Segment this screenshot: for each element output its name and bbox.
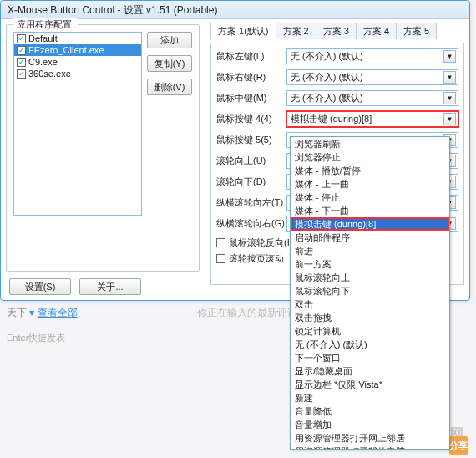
chevron-down-icon[interactable]: ▼ [443, 92, 456, 104]
select-value: 模拟击键 (during)[8] [291, 113, 372, 125]
checkbox-icon[interactable]: ✓ [17, 34, 26, 43]
left-pane: 应用程序配置: ✓ Default ✓ FEzero_Client.exe ✓ [1, 19, 205, 300]
dropdown-option[interactable]: 鼠标滚轮向上 [291, 271, 449, 284]
list-item[interactable]: ✓ FEzero_Client.exe [14, 44, 141, 56]
dropdown-option[interactable]: 前进 [291, 244, 449, 257]
chevron-down-icon: ▾ [29, 307, 34, 318]
dropdown-option[interactable]: 显示/隐藏桌面 [291, 364, 449, 378]
dropdown-option[interactable]: 新建 [291, 391, 449, 405]
show-all-link[interactable]: 查看全部 [38, 307, 78, 318]
share-button[interactable]: 分享 [449, 436, 468, 455]
dropdown-option[interactable]: 浏览器停止 [291, 150, 449, 164]
button-column: 添加 复制(Y) 删除(V) [147, 32, 192, 216]
dropdown-option[interactable]: 鼠标滚轮向下 [291, 284, 449, 298]
checkbox-icon[interactable]: ✓ [17, 46, 26, 55]
binding-row: 鼠标按键 4(4) 模拟击键 (during)[8] ▼ [216, 111, 458, 127]
dropdown-option[interactable]: 媒体 - 播放/暂停 [291, 164, 449, 177]
app-profile-group: 应用程序配置: ✓ Default ✓ FEzero_Client.exe ✓ [6, 24, 200, 272]
dropdown-option[interactable]: 媒体 - 上一曲 [291, 177, 449, 191]
select-value: 无 (不介入) (默认) [291, 71, 363, 84]
checkbox-icon[interactable]: ✓ [17, 69, 26, 79]
about-button[interactable]: 关于... [79, 278, 141, 295]
binding-row: 鼠标右键(R) 无 (不介入) (默认) ▼ [216, 69, 458, 85]
dropdown-option[interactable]: 双击 [291, 298, 449, 311]
group-title: 应用程序配置: [13, 18, 78, 31]
dropdown-option[interactable]: 锁定计算机 [291, 324, 449, 338]
list-item-label: 360se.exe [28, 69, 71, 79]
settings-button[interactable]: 设置(S) [9, 278, 71, 295]
dropdown-option[interactable]: 用资源管理器打开我的电脑 [291, 445, 449, 450]
list-item-label: FEzero_Client.exe [28, 45, 104, 55]
checkbox-icon[interactable]: ✓ [17, 58, 26, 67]
dropdown-option[interactable]: 下一个窗口 [291, 351, 449, 364]
tab-strip: 方案 1(默认) 方案 2 方案 3 方案 4 方案 5 [210, 23, 464, 39]
obscured-text: 你正在输入的最新评论 [197, 307, 297, 318]
binding-label: 鼠标左键(L) [216, 50, 281, 63]
dropdown-option[interactable]: 显示边栏 *仅限 Vista* [291, 378, 449, 391]
checkbox-icon[interactable]: ✓ [216, 254, 225, 263]
share-label: 分享 [449, 440, 468, 452]
dropdown-option[interactable]: 模拟击键 (during)[8] [291, 217, 449, 231]
select-value: 无 (不介入) (默认) [291, 92, 363, 104]
binding-label: 鼠标中键(M) [216, 92, 281, 104]
binding-select-button4[interactable]: 模拟击键 (during)[8] ▼ [286, 111, 458, 127]
list-item-label: Default [28, 33, 58, 43]
window-title: X-Mouse Button Control - 设置 v1.51 (Porta… [1, 1, 469, 19]
binding-select-left[interactable]: 无 (不介入) (默认) ▼ [286, 48, 458, 64]
dropdown-option[interactable]: 媒体 - 下一曲 [291, 204, 449, 217]
checkbox-icon[interactable]: ✓ [216, 238, 225, 247]
list-item[interactable]: ✓ C9.exe [14, 56, 141, 68]
tab-profile-5[interactable]: 方案 5 [396, 23, 437, 39]
tab-profile-2[interactable]: 方案 2 [276, 23, 316, 39]
tab-profile-3[interactable]: 方案 3 [316, 23, 357, 39]
binding-select-middle[interactable]: 无 (不介入) (默认) ▼ [286, 90, 458, 106]
dropdown-option[interactable]: 无 (不介入) (默认) [291, 338, 449, 351]
dropdown-option[interactable]: 浏览器刷新 [291, 137, 449, 150]
select-value: 无 (不介入) (默认) [291, 50, 363, 63]
binding-label: 鼠标按键 5(5) [216, 134, 281, 146]
bottom-buttons: 设置(S) 关于... [6, 278, 200, 295]
binding-select-right[interactable]: 无 (不介入) (默认) ▼ [286, 69, 458, 85]
checkbox-label: 滚轮按页滚动 [229, 252, 284, 265]
binding-label: 纵横滚轮向右(G) [216, 217, 281, 230]
chevron-down-icon[interactable]: ▼ [443, 113, 456, 125]
tab-profile-4[interactable]: 方案 4 [356, 23, 397, 39]
chevron-down-icon[interactable]: ▼ [443, 50, 456, 63]
add-button[interactable]: 添加 [147, 32, 192, 48]
dropdown-option[interactable]: 用资源管理器打开网上邻居 [291, 431, 449, 445]
copy-button[interactable]: 复制(Y) [147, 55, 192, 72]
list-item[interactable]: ✓ Default [14, 33, 141, 44]
profile-listbox[interactable]: ✓ Default ✓ FEzero_Client.exe ✓ C9.exe [13, 32, 142, 216]
dropdown-option[interactable]: 启动邮件程序 [291, 231, 449, 244]
binding-row: 鼠标中键(M) 无 (不介入) (默认) ▼ [216, 90, 458, 106]
binding-label: 鼠标右键(R) [216, 71, 281, 84]
list-item[interactable]: ✓ 360se.exe [14, 68, 141, 79]
binding-row: 鼠标左键(L) 无 (不介入) (默认) ▼ [216, 48, 458, 64]
binding-label: 鼠标按键 4(4) [216, 113, 281, 125]
bg-text: 天下 [7, 307, 27, 318]
dropdown-option[interactable]: 音量增加 [291, 418, 449, 431]
dropdown-option[interactable]: 媒体 - 停止 [291, 191, 449, 204]
dropdown-option[interactable]: 双击拖拽 [291, 311, 449, 324]
binding-label: 纵横滚轮向左(T) [216, 196, 281, 209]
dropdown-option[interactable]: 音量降低 [291, 405, 449, 418]
binding-label: 滚轮向下(D) [216, 176, 281, 188]
tab-profile-1[interactable]: 方案 1(默认) [210, 23, 276, 39]
binding-label: 滚轮向上(U) [216, 155, 281, 167]
binding-dropdown-list[interactable]: 浏览器刷新浏览器停止媒体 - 播放/暂停媒体 - 上一曲媒体 - 停止媒体 - … [290, 136, 450, 450]
list-item-label: C9.exe [28, 57, 58, 67]
checkbox-label: 鼠标滚轮反向(I) [229, 237, 292, 249]
app-row: ✓ Default ✓ FEzero_Client.exe ✓ C9.exe [13, 32, 192, 216]
dropdown-option[interactable]: 前一方案 [291, 257, 449, 271]
chevron-down-icon[interactable]: ▼ [443, 71, 456, 84]
delete-button[interactable]: 删除(V) [147, 79, 192, 95]
